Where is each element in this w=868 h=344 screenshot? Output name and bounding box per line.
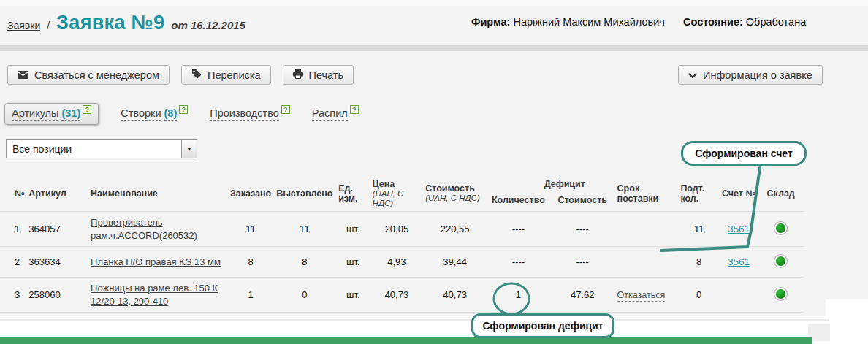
invoiced-cell: 0	[273, 278, 336, 313]
invoice-cell: 3561	[720, 212, 758, 247]
chevron-down-icon	[688, 69, 697, 81]
tab-production[interactable]: Производство ?	[210, 107, 290, 121]
price-cell: 20,05	[370, 212, 424, 247]
invoice-number-link[interactable]: 3561	[728, 223, 750, 234]
confirmed-cell: 11	[678, 212, 720, 247]
page-edge	[826, 299, 868, 317]
state-info: Состояние: Обработана	[683, 16, 806, 28]
stock-cell	[758, 212, 804, 247]
positions-filter-value: Все позиции	[7, 140, 181, 158]
ordered-cell: 1	[229, 278, 273, 313]
col-article: Артикул	[26, 175, 88, 212]
help-icon[interactable]: ?	[350, 105, 359, 114]
table-row: 1364057Проветриватель рам.ч.ACCORD(26053…	[0, 212, 804, 247]
invoiced-cell: 11	[273, 212, 336, 247]
num-cell: 2	[0, 247, 26, 278]
invoice-cell: 3561	[720, 247, 758, 278]
firm-value: Наріжний Максим Михайлович	[513, 16, 664, 28]
bottom-rule	[0, 319, 829, 321]
stock-status-icon	[776, 289, 785, 299]
order-info-label: Информация о заявке	[703, 69, 812, 81]
cost-cell: 220,55	[423, 212, 487, 247]
invoice-number-link[interactable]: 3561	[728, 256, 750, 267]
tab-articles[interactable]: Артикулы (31) ?	[4, 103, 99, 125]
tab-articles-label: Артикулы	[12, 107, 58, 121]
tab-production-label: Производство	[210, 107, 279, 121]
delivery-cell: Отказаться	[615, 278, 679, 313]
col-deficit-cost: Стоимость	[550, 193, 615, 212]
tab-sashes[interactable]: Створки (8) ?	[121, 107, 188, 121]
deficit_qty-cell: ----	[487, 212, 550, 247]
page-title-date: от 16.12.2015	[171, 19, 245, 31]
cost-currency-note: (UAH, С НДС)	[425, 194, 485, 203]
toolbar: Связаться с менеджером Переписка Печать	[7, 65, 354, 85]
print-button[interactable]: Печать	[283, 65, 354, 85]
tab-cutting-label: Распил	[312, 107, 348, 121]
stock-status-icon	[776, 256, 785, 266]
unit-cell: шт.	[336, 212, 370, 247]
article-name-link[interactable]: Ножницы на раме лев. 150 К 12/20-13, 290…	[91, 283, 218, 307]
deficit-callout: Сформирован дефицит	[471, 313, 614, 338]
delivery-cell	[615, 247, 679, 278]
table-header: № Артикул Наименование Заказано Выставле…	[0, 175, 804, 212]
articles-table-body: 1364057Проветриватель рам.ч.ACCORD(26053…	[0, 212, 804, 313]
article-cell: 258060	[26, 278, 88, 313]
col-cost: Стоимость (UAH, С НДС)	[423, 175, 487, 212]
dropdown-arrow-icon[interactable]: ▼	[181, 140, 197, 158]
article-name-link[interactable]: Планка П/О правая KS 13 мм	[91, 256, 221, 267]
table-row: 2363634Планка П/О правая KS 13 мм88шт.4,…	[0, 247, 804, 278]
tab-articles-count: (31)	[61, 107, 80, 121]
article-name-link[interactable]: Проветриватель рам.ч.ACCORD(260532)	[91, 217, 197, 241]
tab-sashes-label: Створки	[121, 107, 161, 121]
name-cell: Планка П/О правая KS 13 мм	[88, 247, 229, 278]
help-icon[interactable]: ?	[179, 105, 188, 114]
order-info-button[interactable]: Информация о заявке	[678, 65, 823, 85]
articles-table: № Артикул Наименование Заказано Выставле…	[0, 175, 811, 313]
unit-cell: шт.	[336, 247, 370, 278]
correspondence-label: Переписка	[208, 69, 261, 81]
firm-info: Фирма: Наріжний Максим Михайлович	[471, 16, 665, 28]
invoice-cell	[720, 278, 758, 313]
price-cell: 40,73	[370, 278, 424, 313]
col-price: Цена (UAH, С НДС)	[370, 175, 424, 212]
tab-sashes-count: (8)	[164, 107, 178, 121]
col-deficit-qty: Количество	[487, 193, 550, 212]
contact-manager-label: Связаться с менеджером	[34, 69, 159, 81]
delivery-cell	[615, 212, 679, 247]
tab-cutting[interactable]: Распил ?	[312, 107, 359, 121]
positions-filter-select[interactable]: Все позиции ▼	[6, 139, 197, 158]
deficit_cost-cell: 47.62	[550, 278, 615, 313]
col-num: №	[0, 175, 26, 212]
col-invoiced: Выставлено	[273, 175, 336, 212]
state-label: Состояние:	[683, 16, 743, 28]
contact-manager-button[interactable]: Связаться с менеджером	[7, 65, 170, 85]
help-icon[interactable]: ?	[83, 105, 91, 114]
price-currency-note: (UAH, С НДС)	[373, 189, 422, 207]
name-cell: Ножницы на раме лев. 150 К 12/20-13, 290…	[88, 278, 229, 313]
bottom-green-bar	[0, 337, 812, 344]
stock-cell	[758, 278, 804, 313]
stock-status-icon	[776, 223, 785, 233]
stock-cell	[758, 247, 804, 278]
article-cell: 364057	[26, 212, 88, 247]
breadcrumb-link-orders[interactable]: Заявки	[7, 20, 40, 31]
col-confirmed: Подт. кол.	[678, 175, 720, 212]
header-divider	[0, 45, 868, 51]
tab-bar: Артикулы (31) ? Створки (8) ? Производст…	[4, 103, 359, 125]
num-cell: 1	[0, 212, 26, 247]
ordered-cell: 11	[229, 212, 273, 247]
help-icon[interactable]: ?	[281, 105, 290, 114]
tag-icon	[191, 69, 202, 81]
printer-icon	[293, 69, 303, 81]
cost-cell: 40,73	[423, 278, 487, 313]
confirmed-cell: 8	[678, 247, 720, 278]
num-cell: 3	[0, 278, 26, 313]
deficit_cost-cell: ----	[550, 247, 615, 278]
invoiced-cell: 8	[273, 247, 336, 278]
table-row: 3258060Ножницы на раме лев. 150 К 12/20-…	[0, 278, 804, 313]
article-cell: 363634	[26, 247, 88, 278]
breadcrumb: Заявки / Заявка №9 от 16.12.2015	[7, 12, 245, 34]
correspondence-button[interactable]: Переписка	[181, 65, 271, 85]
ordered-cell: 8	[229, 247, 273, 278]
refuse-link[interactable]: Отказаться	[617, 290, 666, 302]
